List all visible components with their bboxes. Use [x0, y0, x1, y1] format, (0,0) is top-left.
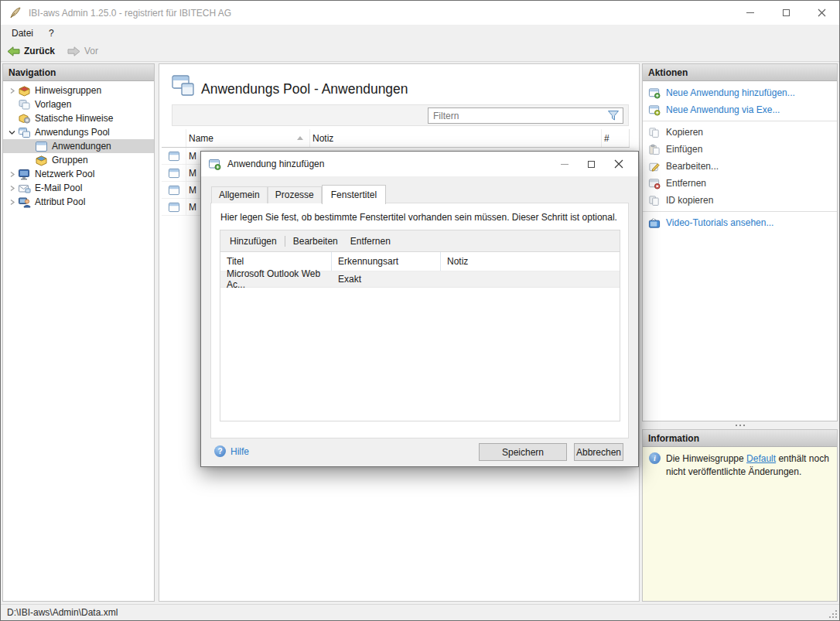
column-notiz[interactable]: Notiz [441, 252, 620, 271]
tree-item-hinweisgruppen[interactable]: Hinweisgruppen [3, 84, 154, 97]
menu-datei[interactable]: Datei [4, 26, 41, 40]
edit-pencil-icon [648, 161, 661, 172]
column-erkennungsart[interactable]: Erkennungsart [332, 252, 441, 271]
action-id-kopieren[interactable]: ID kopieren [643, 192, 837, 209]
application-row-icon [168, 202, 180, 213]
tree-item-anwendungen[interactable]: Anwendungen [3, 139, 154, 153]
tree-item-statische-hinweise[interactable]: Statische Hinweise [3, 111, 154, 125]
remove-title-button[interactable]: Entfernen [347, 234, 394, 248]
column-name[interactable]: Name [186, 129, 310, 147]
tree-item-netzwerk-pool[interactable]: Netzwerk Pool [3, 167, 154, 181]
window-title-row[interactable]: Microsoft Outlook Web Ac... Exakt [220, 271, 620, 288]
action-einfuegen[interactable]: Einfügen [643, 141, 837, 158]
panel-splitter[interactable] [642, 421, 838, 429]
network-pool-icon [18, 169, 31, 180]
filter-input[interactable] [429, 111, 607, 121]
cancel-button[interactable]: Abbrechen [574, 443, 623, 461]
app-logo-quill-icon [9, 6, 22, 20]
tree-item-attribut-pool[interactable]: Attribut Pool [3, 195, 154, 209]
application-row-icon [168, 185, 180, 196]
maximize-icon [783, 9, 790, 16]
action-new-application[interactable]: Neue Anwendung hinzufügen... [643, 84, 837, 101]
maximize-button[interactable] [768, 1, 804, 25]
app-window: IBI-aws Admin 1.25.0 - registriert für I… [0, 0, 840, 621]
filter-funnel-icon[interactable] [607, 110, 620, 121]
action-new-application-via-exe[interactable]: Neue Anwendung via Exe... [643, 101, 837, 118]
action-bearbeiten[interactable]: Bearbeiten... [643, 158, 837, 175]
filter-strip [172, 104, 629, 126]
application-row-icon [168, 151, 180, 162]
action-entfernen[interactable]: Entfernen [643, 175, 837, 192]
back-button[interactable]: Zurück [1, 41, 61, 61]
filter-field [428, 107, 623, 124]
status-file-path: D:\IBI-aws\Admin\Data.xml [7, 607, 118, 618]
actions-separator [643, 121, 837, 121]
dialog-maximize-button[interactable] [578, 152, 605, 176]
copy-id-icon [648, 195, 661, 206]
tree-item-gruppen[interactable]: Gruppen [3, 153, 154, 167]
resize-grip-icon[interactable] [829, 610, 837, 618]
tab-fenstertitel[interactable]: Fenstertitel [322, 185, 386, 204]
dialog-close-button[interactable] [605, 152, 632, 176]
dialog-title: Anwendung hinzufügen [227, 159, 324, 169]
navigation-panel: Navigation Hinweisgruppen Vorlagen [2, 63, 155, 602]
back-label: Zurück [24, 46, 55, 56]
toolbar-separator [285, 236, 285, 247]
actions-separator [643, 211, 837, 212]
groups-icon [35, 155, 48, 166]
chevron-right-icon[interactable] [6, 185, 18, 192]
remove-icon [648, 178, 661, 189]
edit-title-button[interactable]: Bearbeiten [290, 234, 341, 248]
dialog-titlebar: Anwendung hinzufügen [201, 152, 638, 176]
information-message: Die Hinweisgruppe Default enthält noch n… [643, 447, 837, 479]
help-label: Hilfe [230, 446, 249, 457]
copy-icon [648, 127, 661, 138]
default-group-link[interactable]: Default [746, 453, 776, 464]
information-panel: Information Die Hinweisgruppe Default en… [642, 429, 838, 602]
minimize-icon [746, 12, 754, 13]
table-header: Name Notiz # [162, 129, 630, 148]
forward-arrow-icon [67, 46, 80, 56]
window-title: IBI-aws Admin 1.25.0 - registriert für I… [29, 8, 231, 19]
help-link[interactable]: Hilfe [214, 445, 249, 457]
action-kopieren[interactable]: Kopieren [643, 124, 837, 141]
tree-item-email-pool[interactable]: E-Mail Pool [3, 181, 154, 195]
actions-panel: Aktionen Neue Anwendung hinzufügen... Ne… [642, 63, 838, 421]
add-title-button[interactable]: Hinzufügen [227, 234, 280, 248]
tree-item-vorlagen[interactable]: Vorlagen [3, 97, 154, 111]
close-icon [614, 159, 623, 169]
close-button[interactable] [804, 1, 839, 25]
applications-icon [35, 141, 48, 152]
splitter-grip-icon [736, 425, 745, 426]
chevron-right-icon[interactable] [6, 171, 18, 178]
column-icon[interactable] [162, 129, 186, 147]
nav-toolbar: Zurück Vor [1, 41, 839, 62]
forward-label: Vor [84, 46, 98, 56]
page-title: Anwendungs Pool - Anwendungen [201, 81, 408, 97]
chevron-right-icon[interactable] [6, 199, 18, 206]
actions-header: Aktionen [643, 64, 837, 81]
email-pool-icon [18, 183, 31, 194]
tab-prozesse[interactable]: Prozesse [268, 186, 322, 203]
chevron-right-icon[interactable] [6, 87, 18, 94]
column-count[interactable]: # [602, 129, 630, 147]
tab-allgemein[interactable]: Allgemein [211, 186, 268, 203]
dialog-minimize-button[interactable] [551, 152, 578, 176]
navigation-tree: Hinweisgruppen Vorlagen Statische Hinwei… [3, 81, 154, 209]
notice-groups-icon [18, 85, 31, 97]
paste-icon [648, 144, 661, 155]
save-button[interactable]: Speichern [479, 443, 567, 461]
titlebar: IBI-aws Admin 1.25.0 - registriert für I… [1, 1, 839, 25]
menu-help[interactable]: ? [41, 26, 62, 40]
navigation-header: Navigation [3, 64, 154, 81]
anwendung-hinzufuegen-dialog: Anwendung hinzufügen Allgemein Prozesse … [200, 151, 639, 467]
chevron-down-icon[interactable] [6, 129, 18, 135]
menubar: Datei ? [1, 25, 839, 41]
dialog-tab-content: Hier legen Sie fest, ob bestimmte Fenste… [210, 203, 629, 438]
close-icon [818, 9, 826, 17]
tree-item-anwendungs-pool[interactable]: Anwendungs Pool [3, 125, 154, 139]
action-video-tutorials[interactable]: Video-Tutorials ansehen... [643, 214, 837, 231]
forward-button[interactable]: Vor [61, 41, 104, 61]
minimize-button[interactable] [732, 1, 768, 25]
column-notiz[interactable]: Notiz [310, 129, 602, 147]
